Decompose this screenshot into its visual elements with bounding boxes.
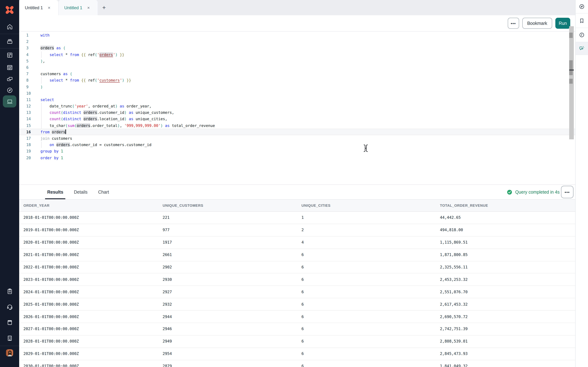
line-number[interactable]: 10: [19, 90, 41, 96]
table-row[interactable]: 2026-01-01T00:00:00.000Z294462,690,570.7…: [19, 311, 575, 323]
compass-explore-icon[interactable]: [576, 0, 588, 14]
code-line[interactable]: 9): [19, 83, 575, 90]
line-number[interactable]: 18: [19, 142, 41, 148]
code-line[interactable]: 18 on orders.customer_id = customers.cus…: [19, 142, 575, 148]
line-number[interactable]: 12: [19, 103, 41, 109]
column-header[interactable]: TOTAL_ORDER_REVENUE: [436, 204, 575, 208]
code-text: from orders: [41, 129, 575, 135]
line-number[interactable]: 9: [19, 83, 41, 90]
code-line[interactable]: 17join customers: [19, 135, 575, 142]
table-row[interactable]: 2023-01-01T00:00:00.000Z293062,453,253.3…: [19, 274, 575, 286]
line-number[interactable]: 14: [19, 116, 41, 122]
headset-support-icon[interactable]: [0, 299, 19, 315]
run-button[interactable]: Run: [555, 18, 570, 29]
table-row[interactable]: 2019-01-01T00:00:00.000Z9772494,818.00: [19, 224, 575, 236]
column-header[interactable]: UNIQUE_CITIES: [297, 204, 436, 208]
line-number[interactable]: 15: [19, 122, 41, 129]
code-line[interactable]: 3orders as (: [19, 45, 575, 51]
line-number[interactable]: 16: [19, 129, 41, 135]
code-line[interactable]: 5),: [19, 58, 575, 64]
line-number[interactable]: 19: [19, 148, 41, 154]
scrollbar-thumb[interactable]: [569, 60, 573, 75]
results-more-button[interactable]: •••: [561, 186, 573, 198]
dashboard-grid-icon[interactable]: [0, 49, 19, 62]
code-line[interactable]: 16from orders: [19, 129, 575, 135]
book-docs-icon[interactable]: [0, 315, 19, 330]
line-number[interactable]: 11: [19, 96, 41, 103]
table-row[interactable]: 2024-01-01T00:00:00.000Z292762,551,076.7…: [19, 286, 575, 298]
code-line[interactable]: 11select: [19, 96, 575, 103]
table-row[interactable]: 2027-01-01T00:00:00.000Z294662,742,751.3…: [19, 323, 575, 335]
code-window-icon[interactable]: [0, 62, 19, 73]
tab-close-icon[interactable]: ×: [48, 6, 50, 10]
line-number[interactable]: 5: [19, 58, 41, 64]
compass-explore-icon[interactable]: [0, 85, 19, 95]
code-line[interactable]: 15 to_char(sum(orders.order_total), '999…: [19, 122, 575, 129]
new-tab-button[interactable]: +: [98, 0, 110, 15]
line-number[interactable]: 6: [19, 64, 41, 71]
line-number[interactable]: 4: [19, 51, 41, 58]
history-clock-icon[interactable]: [576, 28, 588, 42]
code-line[interactable]: 13 count(distinct orders.customer_id) as…: [19, 109, 575, 116]
table-row[interactable]: 2025-01-01T00:00:00.000Z293262,617,453.3…: [19, 298, 575, 311]
projects-archive-icon[interactable]: [0, 34, 19, 49]
column-header[interactable]: UNIQUE_CUSTOMERS: [158, 204, 297, 208]
hex-logo-icon[interactable]: [4, 4, 15, 15]
table-cell: 6: [297, 351, 436, 356]
table-body: 2018-01-01T00:00:00.000Z221144,442.65201…: [19, 212, 575, 367]
code-line[interactable]: 2: [19, 38, 575, 45]
notebook-tab[interactable]: Untitled 1×: [59, 0, 98, 15]
table-row[interactable]: 2021-01-01T00:00:00.000Z266161,871,800.8…: [19, 249, 575, 261]
code-text: count(distinct orders.customer_id) as un…: [41, 109, 575, 116]
code-line[interactable]: 12 date_trunc('year', ordered_at) as ord…: [19, 103, 575, 109]
windows-share-icon[interactable]: [0, 73, 19, 85]
code-line[interactable]: 4 select * from {{ ref('orders') }}: [19, 51, 575, 58]
code-line[interactable]: 19group by 1: [19, 148, 575, 154]
scrollbar-thumb[interactable]: [569, 79, 573, 84]
table-row[interactable]: 2029-01-01T00:00:00.000Z295462,845,473.9…: [19, 348, 575, 360]
table-row[interactable]: 2022-01-01T00:00:00.000Z290262,325,556.1…: [19, 261, 575, 274]
table-row[interactable]: 2028-01-01T00:00:00.000Z294962,808,539.0…: [19, 335, 575, 348]
code-line[interactable]: 20order by 1: [19, 154, 575, 161]
line-number[interactable]: 3: [19, 45, 41, 51]
column-header[interactable]: ORDER_YEAR: [19, 204, 158, 208]
table-row[interactable]: 2030-01-01T00:00:00.000Z287961,841,049.3…: [19, 360, 575, 367]
line-number[interactable]: 2: [19, 38, 41, 45]
code-line[interactable]: 8 select * from {{ ref('customers') }}: [19, 77, 575, 83]
bookmark-button[interactable]: Bookmark: [522, 18, 552, 29]
line-number[interactable]: 13: [19, 109, 41, 116]
notebook-tab[interactable]: Untitled 1×: [19, 0, 58, 15]
scrollbar-thumb[interactable]: [569, 33, 573, 38]
more-options-button[interactable]: •••: [508, 18, 519, 29]
line-number[interactable]: 8: [19, 77, 41, 83]
tab-bar: Untitled 1×Untitled 1×+: [19, 0, 575, 15]
code-line[interactable]: 14 count(distinct orders.location_id) as…: [19, 116, 575, 122]
tab-close-icon[interactable]: ×: [87, 6, 90, 10]
clipboard-icon[interactable]: [0, 283, 19, 299]
results-tab-details[interactable]: Details: [73, 185, 88, 199]
results-tab-results[interactable]: Results: [46, 185, 64, 199]
table-cell: 2946: [158, 327, 297, 331]
sql-editor[interactable]: 1with23orders as (4 select * from {{ ref…: [19, 32, 575, 184]
line-number[interactable]: 7: [19, 71, 41, 77]
table-cell: 2,845,473.93: [436, 351, 575, 356]
code-line[interactable]: 7customers as (: [19, 71, 575, 77]
table-row[interactable]: 2020-01-01T00:00:00.000Z191741,115,869.5…: [19, 236, 575, 249]
code-line[interactable]: 6: [19, 64, 575, 71]
line-number[interactable]: 20: [19, 154, 41, 161]
building-org-icon[interactable]: [0, 330, 19, 346]
line-number[interactable]: 1: [19, 32, 41, 38]
laptop-workspace-icon[interactable]: [3, 95, 16, 108]
table-cell: 977: [158, 228, 297, 233]
success-check-icon: [507, 189, 512, 195]
user-avatar[interactable]: [6, 349, 13, 356]
code-line[interactable]: 10: [19, 90, 575, 96]
magic-chat-icon[interactable]: [576, 42, 588, 55]
results-tab-chart[interactable]: Chart: [97, 185, 110, 199]
table-row[interactable]: 2018-01-01T00:00:00.000Z221144,442.65: [19, 212, 575, 224]
code-line[interactable]: 1with: [19, 32, 575, 38]
home-icon[interactable]: [0, 20, 19, 34]
bookmark-icon[interactable]: [576, 14, 588, 28]
editor-scrollbar[interactable]: [569, 26, 574, 139]
line-number[interactable]: 17: [19, 135, 41, 142]
